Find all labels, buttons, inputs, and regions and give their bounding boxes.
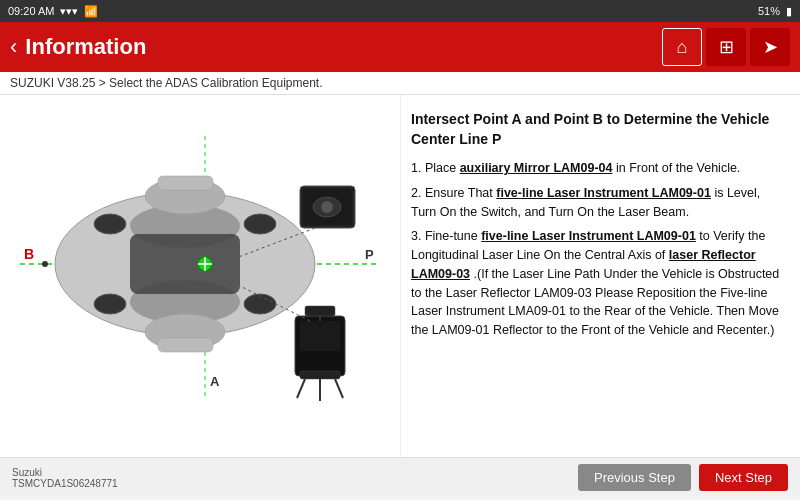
back-icon: ‹: [10, 34, 17, 60]
svg-point-11: [244, 214, 276, 234]
svg-point-10: [94, 214, 126, 234]
header-icons: ⌂ ⊞ ➤: [662, 28, 790, 66]
status-right: 51% ▮: [758, 5, 792, 18]
back-button[interactable]: ‹: [10, 34, 17, 60]
status-left: 09:20 AM ▾▾▾ 📶: [8, 5, 98, 18]
diag-icon: ⊞: [719, 36, 734, 58]
exit-button[interactable]: ➤: [750, 28, 790, 66]
svg-rect-29: [305, 306, 335, 316]
signal-icon: 📶: [84, 5, 98, 18]
header-left: ‹ Information: [10, 34, 146, 60]
footer-info: Suzuki TSMCYDA1S06248771: [12, 467, 118, 489]
main-content: B P A: [0, 95, 800, 457]
svg-line-31: [297, 379, 305, 398]
diag-button[interactable]: ⊞: [706, 28, 746, 66]
exit-icon: ➤: [763, 36, 778, 58]
footer-buttons: Previous Step Next Step: [578, 464, 788, 491]
svg-text:B: B: [24, 246, 34, 262]
svg-point-15: [42, 261, 48, 267]
svg-point-13: [244, 294, 276, 314]
battery-percent: 51%: [758, 5, 780, 17]
svg-text:P: P: [365, 247, 374, 262]
footer: Suzuki TSMCYDA1S06248771 Previous Step N…: [0, 457, 800, 497]
header: ‹ Information ⌂ ⊞ ➤: [0, 22, 800, 72]
instruction-title: Intersect Point A and Point B to Determi…: [411, 110, 785, 149]
instrument-1-highlight: auxiliary Mirror LAM09-04: [460, 161, 613, 175]
previous-step-button[interactable]: Previous Step: [578, 464, 691, 491]
svg-rect-7: [130, 234, 240, 294]
status-bar: 09:20 AM ▾▾▾ 📶 51% ▮: [0, 0, 800, 22]
wifi-icon: ▾▾▾: [60, 5, 78, 18]
instruction-1: 1. Place auxiliary Mirror LAM09-04 in Fr…: [411, 159, 785, 178]
svg-line-33: [335, 379, 343, 398]
time-display: 09:20 AM: [8, 5, 54, 17]
svg-text:A: A: [210, 374, 220, 389]
svg-rect-27: [300, 321, 340, 351]
svg-rect-9: [158, 338, 213, 352]
breadcrumb: SUZUKI V38.25 > Select the ADAS Calibrat…: [0, 72, 800, 95]
instrument-3a-highlight: five-line Laser Instrument LAM09-01: [481, 229, 696, 243]
battery-icon: ▮: [786, 5, 792, 18]
diagram-panel: B P A: [0, 95, 400, 457]
instrument-2-highlight: five-line Laser Instrument LAM09-01: [496, 186, 711, 200]
text-panel: Intersect Point A and Point B to Determi…: [400, 95, 800, 457]
breadcrumb-text: SUZUKI V38.25 > Select the ADAS Calibrat…: [10, 76, 323, 90]
car-svg: B P A: [10, 116, 390, 416]
page-title: Information: [25, 34, 146, 60]
instruction-2: 2. Ensure That five-line Laser Instrumen…: [411, 184, 785, 222]
home-button[interactable]: ⌂: [662, 28, 702, 66]
svg-rect-8: [158, 176, 213, 190]
next-step-button[interactable]: Next Step: [699, 464, 788, 491]
svg-point-24: [321, 201, 333, 213]
car-diagram: B P A: [10, 116, 390, 436]
model-number: TSMCYDA1S06248771: [12, 478, 118, 489]
svg-rect-30: [300, 371, 340, 379]
home-icon: ⌂: [677, 37, 688, 58]
instruction-3: 3. Fine-tune five-line Laser Instrument …: [411, 227, 785, 340]
svg-point-12: [94, 294, 126, 314]
brand-name: Suzuki: [12, 467, 118, 478]
